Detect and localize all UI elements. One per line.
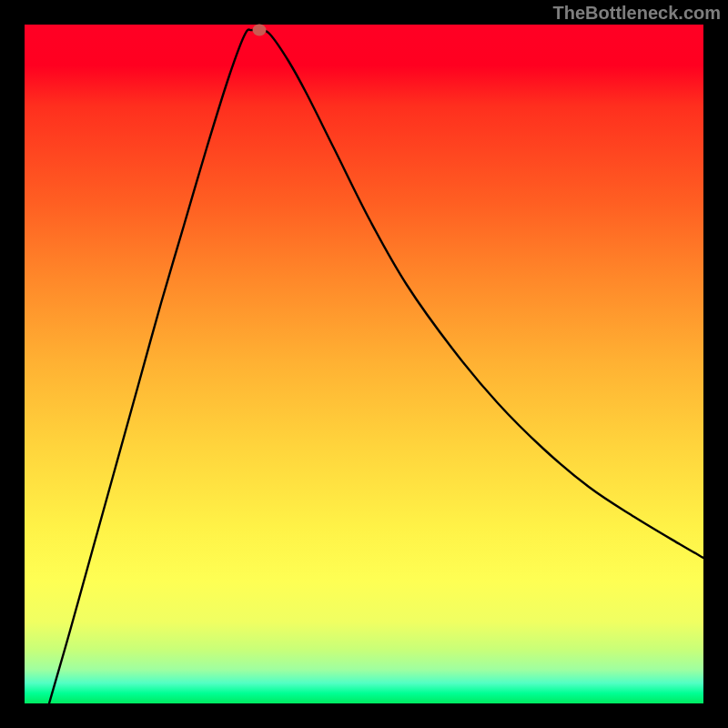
plot-area	[25, 25, 703, 703]
optimum-marker	[253, 25, 267, 36]
chart-frame: TheBottleneck.com	[0, 0, 728, 728]
watermark-text: TheBottleneck.com	[553, 3, 721, 24]
bottleneck-curve	[25, 25, 703, 703]
